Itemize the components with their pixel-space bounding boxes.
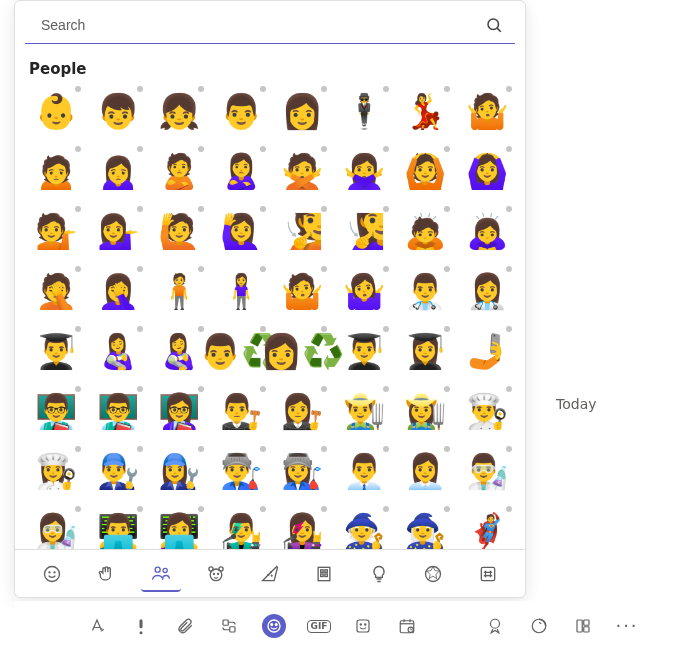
emoji-cell[interactable]: 👨‍🏭 [214, 444, 268, 498]
emoji-cell[interactable]: 🤷 [275, 264, 329, 318]
emoji-cell[interactable]: 👩‍⚖️ [275, 384, 329, 438]
emoji-cell[interactable]: 👨‍🏫 [29, 384, 83, 438]
emoji-cell[interactable]: 🙇 [398, 204, 452, 258]
apps-button[interactable] [572, 615, 594, 637]
skin-tone-dot [506, 446, 512, 452]
emoji-cell[interactable]: 👩 [275, 84, 329, 138]
gif-button[interactable]: GIF [308, 615, 330, 637]
skin-tone-dot [198, 206, 204, 212]
emoji-cell[interactable]: 👩‍🎓 [398, 324, 452, 378]
emoji-cell[interactable]: 👨‍⚕️ [398, 264, 452, 318]
emoji-cell[interactable]: 👨‍🏫 [91, 384, 145, 438]
emoji-cell[interactable]: 👧 [152, 84, 206, 138]
emoji-cell[interactable]: 👨‍🎓 [29, 324, 83, 378]
emoji-cell[interactable]: 🙋 [152, 204, 206, 258]
emoji-cell[interactable]: 🤦 [29, 264, 83, 318]
emoji-cell[interactable]: 🧏‍♀️ [337, 204, 391, 258]
emoji-cell[interactable]: 👩‍🔧 [152, 444, 206, 498]
hand-gestures-tab[interactable] [87, 556, 127, 592]
emoji-cell[interactable]: 🧍 [152, 264, 206, 318]
emoji-cell[interactable]: 🙅 [275, 144, 329, 198]
emoji-cell[interactable]: 🙍‍♀️ [91, 144, 145, 198]
food-tab[interactable] [250, 556, 290, 592]
emoji-cell[interactable]: 🙎‍♀️ [214, 144, 268, 198]
emoji-cell[interactable]: 🧙 [337, 504, 391, 549]
svg-point-12 [268, 574, 269, 575]
emoji-cell[interactable]: 👨‍🎤 [214, 504, 268, 549]
emoji-cell[interactable]: 👨‍🌾 [337, 384, 391, 438]
chat-date-divider: Today [526, 0, 685, 651]
activities-tab[interactable] [413, 556, 453, 592]
emoji-cell[interactable]: 👶 [29, 84, 83, 138]
skin-tone-dot [260, 206, 266, 212]
emoji-cell[interactable]: 👨‍💼 [337, 444, 391, 498]
emoji-cell[interactable]: 👩‍💼 [398, 444, 452, 498]
emoji-cell[interactable]: 👩‍♻️ [275, 324, 329, 378]
emoji-cell[interactable]: 💃 [398, 84, 452, 138]
emoji-cell[interactable]: 🤷 [460, 84, 514, 138]
emoji-cell[interactable]: 👨‍🎓 [337, 324, 391, 378]
emoji-cell[interactable]: 👩‍🏫 [152, 384, 206, 438]
objects-tab[interactable] [359, 556, 399, 592]
emoji-cell[interactable]: 👩‍⚕️ [460, 264, 514, 318]
emoji-grid-scroll[interactable]: 👶👦👧👨👩🕴️💃🤷🙍🙍‍♀️🙎🙎‍♀️🙅🙅‍♀️🙆🙆‍♀️💁💁‍♀️🙋🙋‍♀️🧏… [15, 84, 525, 549]
priority-button[interactable] [130, 615, 152, 637]
emoji-cell[interactable]: 🙆 [398, 144, 452, 198]
emoji-cell[interactable]: 👨‍🍳 [460, 384, 514, 438]
emoji-button[interactable] [262, 614, 286, 638]
emoji-cell[interactable]: 👩‍🔬 [29, 504, 83, 549]
viva-button[interactable] [528, 615, 550, 637]
emoji-cell[interactable]: 🤦‍♀️ [91, 264, 145, 318]
emoji-cell[interactable]: 🧍‍♀️ [214, 264, 268, 318]
emoji-cell[interactable]: 🙅‍♀️ [337, 144, 391, 198]
emoji-cell[interactable]: 👨‍🔧 [91, 444, 145, 498]
animals-tab[interactable] [196, 556, 236, 592]
attach-button[interactable] [174, 615, 196, 637]
emoji-cell[interactable]: 🙇‍♀️ [460, 204, 514, 258]
approvals-button[interactable] [484, 615, 506, 637]
emoji-cell[interactable]: 🙋‍♀️ [214, 204, 268, 258]
emoji-cell[interactable]: 👩‍🎤 [275, 504, 329, 549]
emoji-glyph: 🧙 [343, 514, 385, 548]
emoji-cell[interactable]: 🦸 [460, 504, 514, 549]
emoji-cell[interactable]: 🙎 [152, 144, 206, 198]
search-input[interactable] [37, 9, 485, 41]
skin-tone-dot [506, 266, 512, 272]
emoji-cell[interactable]: 💁‍♀️ [91, 204, 145, 258]
more-button[interactable]: ··· [616, 615, 638, 637]
emoji-cell[interactable]: 👩‍🌾 [398, 384, 452, 438]
travel-tab[interactable] [304, 556, 344, 592]
emoji-cell[interactable]: 👩‍🏭 [275, 444, 329, 498]
emoji-cell[interactable]: 🕴️ [337, 84, 391, 138]
emoji-cell[interactable]: 👨‍⚖️ [214, 384, 268, 438]
format-button[interactable] [86, 615, 108, 637]
skin-tone-dot [260, 386, 266, 392]
symbols-tab[interactable] [468, 556, 508, 592]
emoji-cell[interactable]: 👩‍🍼 [91, 324, 145, 378]
people-tab[interactable] [141, 556, 181, 592]
sticker-button[interactable] [352, 615, 374, 637]
search-icon[interactable] [485, 16, 503, 34]
emoji-cell[interactable]: 👨‍💻 [91, 504, 145, 549]
emoji-cell[interactable]: 🤷‍♀️ [337, 264, 391, 318]
skin-tone-dot [260, 266, 266, 272]
emoji-cell[interactable]: 👨 [214, 84, 268, 138]
emoji-cell[interactable]: 🧙‍♀️ [398, 504, 452, 549]
emoji-cell[interactable]: 🙍 [29, 144, 83, 198]
emoji-glyph: 👨‍🏫 [35, 394, 77, 428]
schedule-button[interactable] [396, 615, 418, 637]
emoji-cell[interactable]: 🤳 [460, 324, 514, 378]
loop-button[interactable] [218, 615, 240, 637]
emoji-cell[interactable]: 💁 [29, 204, 83, 258]
emoji-cell[interactable]: 🙆‍♀️ [460, 144, 514, 198]
emoji-cell[interactable]: 🧏 [275, 204, 329, 258]
emoji-glyph: 👩‍♻️ [260, 334, 344, 368]
emoji-glyph: 👨‍🎓 [35, 334, 77, 368]
smileys-tab[interactable] [32, 556, 72, 592]
emoji-cell[interactable]: 👦 [91, 84, 145, 138]
svg-point-32 [360, 624, 361, 625]
emoji-cell[interactable]: 👩‍💻 [152, 504, 206, 549]
stream-button[interactable] [440, 615, 462, 637]
emoji-cell[interactable]: 👨‍🔬 [460, 444, 514, 498]
emoji-cell[interactable]: 👩‍🍳 [29, 444, 83, 498]
